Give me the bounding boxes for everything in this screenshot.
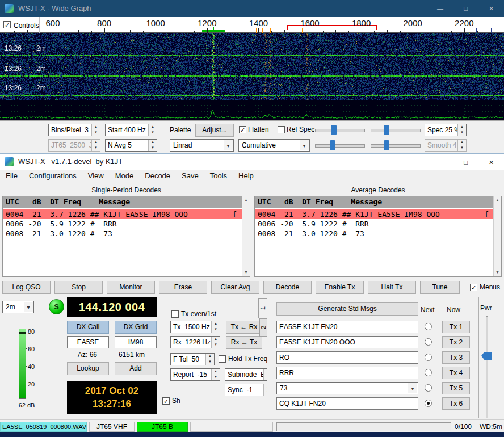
dx-grid-button[interactable]: DX Grid (115, 321, 157, 334)
log-qso-button[interactable]: Log QSO (2, 281, 51, 294)
spin-up-icon[interactable]: ▲ (149, 140, 157, 145)
palette-combo[interactable]: Linrad ▾ (170, 139, 234, 152)
menu-save[interactable]: Save (176, 170, 204, 182)
waterfall-gain-slider[interactable] (314, 124, 366, 136)
spectrum-zero-slider[interactable] (369, 139, 422, 152)
decode-text-area[interactable]: 0004 -21 3.7 1226 ## K1JT EA5SE IM98 OOO… (255, 208, 493, 276)
spin-down-icon[interactable]: ▼ (212, 342, 220, 348)
scroll-up-icon[interactable]: ▲ (494, 196, 501, 204)
erase-button[interactable]: Erase (159, 281, 207, 294)
sh-checkbox[interactable]: ✓ (162, 397, 170, 405)
maximize-button[interactable]: □ (453, 154, 478, 171)
bins-per-pixel-spinner[interactable]: Bins/Pixel 3 ▲▼ (48, 124, 100, 136)
tx2-next-radio[interactable] (425, 338, 432, 346)
spin-up-icon[interactable]: ▲ (212, 369, 220, 375)
spin-down-icon[interactable]: ▼ (458, 130, 466, 136)
slider-handle[interactable] (384, 125, 389, 135)
hold-tx-freq-checkbox[interactable] (219, 355, 226, 363)
scroll-up-icon[interactable]: ▲ (242, 196, 250, 204)
scroll-down-icon[interactable]: ▼ (242, 268, 250, 276)
frequency-ruler[interactable]: 6008001000120014001600180020002200 (0, 17, 504, 33)
spin-down-icon[interactable]: ▼ (149, 130, 157, 136)
tx-even-checkbox[interactable] (171, 310, 179, 318)
chevron-down-icon[interactable]: ▾ (24, 302, 33, 312)
slider-handle[interactable] (384, 140, 389, 150)
tx2-message-field[interactable] (276, 336, 418, 348)
spectrum-gain-slider[interactable] (314, 139, 366, 152)
menu-configurations[interactable]: Configurations (23, 170, 82, 182)
tx-from-rx-button[interactable]: Tx ← Rx (226, 321, 262, 334)
start-freq-spinner[interactable]: Start 400 Hz ▲▼ (105, 124, 157, 136)
close-button[interactable]: ✕ (478, 154, 504, 171)
clear-avg-button[interactable]: Clear Avg (211, 281, 259, 294)
menu-decode[interactable]: Decode (139, 170, 176, 182)
waterfall-display[interactable] (0, 33, 504, 100)
enable-tx-button[interactable]: Enable Tx (316, 281, 364, 294)
wide-graph-titlebar[interactable]: WSJT-X - Wide Graph — □ ✕ (0, 0, 504, 17)
chevron-down-icon[interactable]: ▾ (300, 140, 309, 150)
tx5-message-combo[interactable]: 73 ▾ (276, 382, 418, 394)
add-button[interactable]: Add (115, 362, 157, 375)
tx3-now-button[interactable]: Tx 3 (442, 351, 470, 364)
tx1-now-button[interactable]: Tx 1 (442, 321, 470, 333)
minimize-button[interactable]: — (427, 0, 453, 17)
menu-tools[interactable]: Tools (204, 170, 233, 182)
spin-up-icon[interactable]: ▲ (206, 354, 214, 359)
tx1-next-radio[interactable] (425, 323, 432, 330)
tx4-now-button[interactable]: Tx 4 (442, 367, 470, 379)
lookup-button[interactable]: Lookup (67, 362, 109, 375)
n-avg-spinner[interactable]: N Avg 5 ▲▼ (105, 139, 157, 152)
tune-button[interactable]: Tune (420, 281, 460, 294)
minimize-button[interactable]: — (427, 154, 453, 171)
spin-down-icon[interactable]: ▼ (206, 359, 214, 365)
main-titlebar[interactable]: WSJT-X v1.7.1-devel by K1JT — □ ✕ (0, 154, 504, 170)
spin-up-icon[interactable]: ▲ (212, 321, 220, 327)
tx3-message-field[interactable] (276, 351, 418, 364)
monitor-button[interactable]: Monitor (107, 281, 155, 294)
adjust-palette-button[interactable]: Adjust... (195, 124, 234, 137)
generate-std-msgs-button[interactable]: Generate Std Msgs (276, 302, 418, 316)
tx5-now-button[interactable]: Tx 5 (442, 382, 470, 394)
spin-down-icon[interactable]: ▼ (212, 375, 220, 380)
tx6-next-radio[interactable] (425, 400, 432, 407)
tx1-message-field[interactable] (276, 321, 418, 333)
flatten-checkbox[interactable]: ✓ (239, 126, 246, 133)
spin-up-icon[interactable]: ▲ (149, 124, 157, 130)
waterfall-zero-slider[interactable] (369, 124, 422, 136)
tx2-now-button[interactable]: Tx 2 (442, 336, 470, 348)
slider-handle[interactable] (331, 125, 337, 135)
spin-down-icon[interactable]: ▼ (149, 145, 157, 151)
report-spinner[interactable]: Report -15 ▲▼ (170, 368, 220, 381)
rx-freq-spinner[interactable]: Rx 1226 Hz ▲▼ (170, 336, 220, 348)
spinner-arrows[interactable]: ▲▼ (148, 124, 157, 136)
sync-spinner[interactable]: Sync -1 ▲▼ (225, 384, 272, 396)
spin-up-icon[interactable]: ▲ (92, 124, 100, 130)
pwr-slider-track[interactable] (486, 316, 488, 418)
dx-call-field[interactable] (67, 336, 109, 348)
submode-spinner[interactable]: Submode B ▲▼ (225, 368, 272, 381)
tab-2[interactable]: 2 (259, 318, 267, 337)
spin-up-icon[interactable]: ▲ (212, 337, 220, 342)
chevron-down-icon[interactable]: ▾ (224, 140, 233, 150)
menus-checkbox[interactable]: ✓ (470, 284, 477, 291)
close-button[interactable]: ✕ (478, 0, 504, 17)
tx3-next-radio[interactable] (425, 354, 432, 361)
rig-status-indicator[interactable]: S (49, 299, 64, 314)
dx-grid-field[interactable] (115, 336, 157, 348)
halt-tx-button[interactable]: Halt Tx (368, 281, 416, 294)
ref-spec-checkbox[interactable] (278, 126, 285, 133)
menu-view[interactable]: View (82, 170, 110, 182)
scrollbar[interactable]: ▲ ▼ (493, 196, 501, 276)
spinner-arrows[interactable]: ▲▼ (457, 124, 466, 136)
menu-file[interactable]: File (0, 170, 23, 182)
tab-1[interactable]: 1 (258, 298, 267, 318)
decode-row[interactable]: 0006 -20 5.9 1222 # RRR (3, 219, 242, 229)
spin-down-icon[interactable]: ▼ (212, 327, 220, 333)
decode-row[interactable]: 0006 -20 5.9 1222 # RRR (255, 219, 493, 229)
decode-row[interactable]: 0004 -21 3.7 1226 ## K1JT EA5SE IM98 OOO… (255, 209, 493, 219)
band-combo[interactable]: 2m ▾ (2, 301, 34, 313)
spectrum-display[interactable] (0, 100, 504, 120)
decode-button[interactable]: Decode (263, 281, 312, 294)
chevron-down-icon[interactable]: ▾ (408, 383, 417, 393)
pwr-slider-handle[interactable] (481, 352, 492, 360)
